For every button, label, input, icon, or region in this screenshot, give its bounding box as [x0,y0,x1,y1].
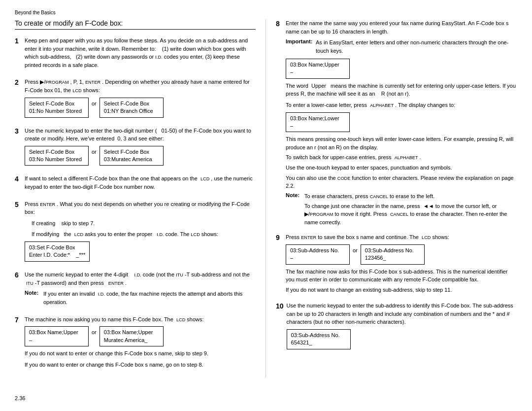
step-8-note: Note: To erase characters, press CANCEL … [286,192,517,201]
step-10-lcd-line1: 03:Sub-Address No. [291,332,340,338]
step-8-lcd2-row: 03:Box Name;Lower – [286,112,517,133]
step-8-para1: The word Upper means the machine is curr… [286,82,517,98]
step-8-lcd1-line1: 03:Box Name;Upper [290,62,339,68]
step-2-number: 2 [15,78,22,120]
step-6: 6 Use the numeric keypad to enter the 4-… [15,271,256,309]
step-7-lcd-left: 03:Box Name;Upper – [25,326,89,346]
step-3-lcd-row: Select F-Code Box 03:No Number Stored or… [25,146,256,166]
step-8-important-label: Important: [286,38,313,55]
step-3: 3 Use the numeric keypad to enter the tw… [15,127,256,169]
page-title: To create or modify an F-Code box: [15,19,256,30]
step-7: 7 The machine is now asking you to name … [15,315,256,372]
step-10: 10 Use the numeric keypad to enter the s… [276,302,517,352]
step-9-lcd-left-line1: 03:Sub-Address No. [290,247,339,253]
step-1: 1 Keep pen and paper with you as you fol… [15,36,256,72]
step-7-or: or [92,326,97,335]
step-4-number: 4 [15,174,22,194]
step-9-para2: If you do not want to change an existing… [286,286,517,294]
step-4: 4 If want to select a different F-Code b… [15,174,256,194]
step-1-content: Keep pen and paper with you as you follo… [25,36,256,72]
step-1-number: 1 [15,36,22,72]
step-10-content: Use the numeric keypad to enter the sub-… [287,302,517,352]
step-8-important-text: As in EasyStart, enter letters and other… [316,38,517,55]
step-5-text: Press ENTER . What you do next depends o… [25,200,256,216]
step-8-note2: To change just one character in the name… [304,202,517,227]
step-5-number: 5 [15,200,22,265]
step-2-lcd-right-line2: 01:NY Branch Office [104,108,153,114]
step-2-content: Press ▶/PROGRAM , P, 1, ENTER . Dependin… [25,78,256,120]
step-2-lcd-left-line2: 01:No Number Stored [29,108,82,114]
step-8: 8 Enter the name the same way you entere… [276,19,517,228]
step-2: 2 Press ▶/PROGRAM , P, 1, ENTER . Depend… [15,78,256,120]
step-9-lcd-row: 03:Sub-Address No. – or 03:Sub-Address N… [286,244,517,265]
step-2-lcd-left-line1: Select F-Code Box [29,101,74,106]
step-2-lcd-right-line1: Select F-Code Box [104,101,149,106]
step-3-lcd-left-line1: Select F-Code Box [29,149,74,155]
step-3-or: or [92,146,97,155]
step-8-note-label: Note: [286,192,301,201]
step-4-text: If want to select a different F-Code box… [25,174,256,191]
step-5-indent2: If modifying the LCD asks you to enter t… [32,230,256,239]
step-6-note: Note: If you enter an invalid I.D. code,… [25,290,256,306]
step-5-lcd-line1: 03:Set F-Code Box [29,244,75,250]
step-9-number: 9 [276,233,283,297]
left-column: To create or modify an F-Code box: 1 Kee… [15,19,266,377]
page-number: 2.36 [15,395,25,401]
step-9-text: Press ENTER to save the box s name and c… [286,233,517,241]
step-8-para4: To switch back for upper-case entries, p… [286,153,517,162]
step-7-lcd-right-line1: 03:Box Name;Upper [104,329,153,335]
step-1-text: Keep pen and paper with you as you follo… [25,36,256,69]
step-10-lcd-row: 03:Sub-Address No. 654321_ [287,329,517,349]
step-8-lcd1: 03:Box Name;Upper – [286,59,350,79]
step-10-lcd: 03:Sub-Address No. 654321_ [287,329,351,349]
step-9-content: Press ENTER to save the box s name and c… [286,233,517,297]
step-10-lcd-line2: 654321_ [291,340,312,345]
step-9-lcd-right: 03:Sub-Address No. 123456_ [361,244,425,265]
step-3-lcd-right-line1: Select F-Code Box [104,149,149,155]
step-7-lcd-row: 03:Box Name;Upper – or 03:Box Name;Upper… [25,326,256,346]
step-3-lcd-right-line2: 03:Muratec America [104,156,152,162]
step-3-lcd-right: Select F-Code Box 03:Muratec America [100,146,164,166]
step-8-para3: This means pressing one-touch keys will … [286,135,517,151]
step-7-text: The machine is now asking you to name th… [25,315,256,324]
step-6-text: Use the numeric keypad to enter the 4-di… [25,271,256,287]
step-10-text: Use the numeric keypad to enter the sub-… [287,302,517,326]
step-8-lcd1-row: 03:Box Name;Upper – [286,59,517,79]
step-8-lcd2: 03:Box Name;Lower – [286,112,350,133]
step-9-or: or [353,244,358,253]
step-6-content: Use the numeric keypad to enter the 4-di… [25,271,256,309]
step-3-lcd-left: Select F-Code Box 03:No Number Stored [25,146,89,166]
step-7-footer1: If you do not want to enter or change th… [25,349,256,358]
step-3-text: Use the numeric keypad to enter the two-… [25,127,256,143]
step-5-lcd: 03:Set F-Code Box Enter I.D. Code:* _*** [25,241,90,262]
step-5: 5 Press ENTER . What you do next depends… [15,200,256,265]
breadcrumb: Beyond the Basics [15,10,517,15]
step-6-note-text: If you enter an invalid I.D. code, the f… [43,290,256,306]
step-2-or: or [92,98,97,106]
step-8-text: Enter the name the same way you entered … [286,19,517,35]
step-7-lcd-right-line2: Muratec America_ [104,337,148,343]
step-7-lcd-right: 03:Box Name;Upper Muratec America_ [100,326,164,346]
step-8-lcd2-line1: 03:Box Name;Lower [290,115,339,121]
step-8-important: Important: As in EasyStart, enter letter… [286,38,517,55]
right-column: 8 Enter the name the same way you entere… [266,19,517,377]
step-9-lcd-left: 03:Sub-Address No. – [286,244,350,265]
step-3-content: Use the numeric keypad to enter the two-… [25,127,256,169]
step-8-lcd1-line2: – [290,69,293,75]
step-8-para2: To enter a lower-case letter, press ALPH… [286,101,517,109]
step-8-note-text: To erase characters, press CANCEL to era… [304,192,434,201]
step-7-number: 7 [15,315,22,372]
step-9-lcd-right-line2: 123456_ [365,255,386,261]
step-5-indent1: If creating skip to step 7. [32,219,256,228]
step-7-lcd-left-line2: – [29,337,32,343]
step-9: 9 Press ENTER to save the box s name and… [276,233,517,297]
step-2-lcd-row: Select F-Code Box 01:No Number Stored or… [25,98,256,118]
step-2-lcd-right: Select F-Code Box 01:NY Branch Office [100,98,164,118]
step-5-lcd-row: 03:Set F-Code Box Enter I.D. Code:* _*** [25,241,256,262]
step-2-lcd-left: Select F-Code Box 01:No Number Stored [25,98,89,118]
step-8-para6: You can also use the CODE function to en… [286,174,517,190]
step-9-para1: The fax machine now asks for this F-Code… [286,268,517,284]
step-7-lcd-left-line1: 03:Box Name;Upper [29,329,78,335]
step-7-content: The machine is now asking you to name th… [25,315,256,372]
step-4-content: If want to select a different F-Code box… [25,174,256,194]
